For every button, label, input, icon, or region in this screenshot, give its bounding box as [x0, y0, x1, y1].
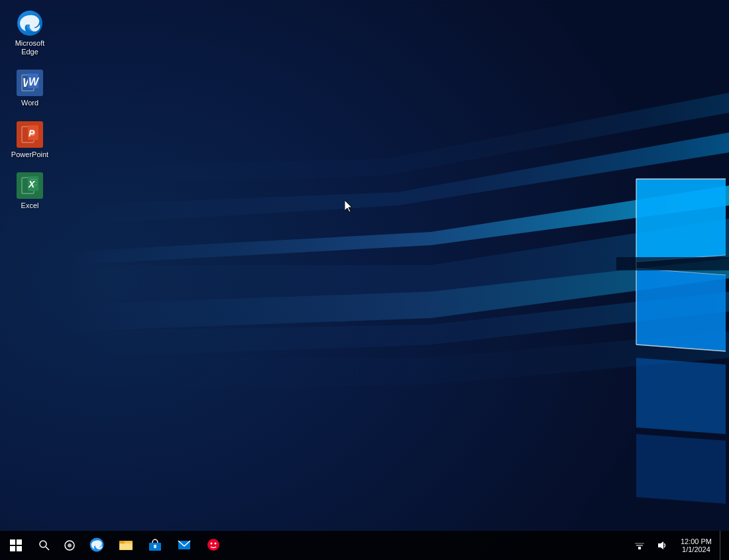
svg-point-30: [30, 131, 35, 136]
desktop-icon-powerpoint[interactable]: P PowerPoint: [3, 118, 56, 162]
edge-icon-label: Microsoft: [15, 39, 45, 48]
svg-rect-39: [10, 539, 15, 545]
svg-rect-53: [154, 545, 156, 548]
windows-logo-icon: [10, 539, 22, 551]
svg-rect-18: [616, 257, 729, 270]
cortana-button[interactable]: [57, 531, 82, 560]
taskbar: 12:00 PM 1/1/2024: [0, 531, 729, 560]
desktop-icon-edge[interactable]: Microsoft Edge: [3, 7, 56, 60]
taskbar-mail-button[interactable]: [170, 531, 199, 560]
volume-icon: [657, 540, 667, 551]
svg-rect-42: [17, 546, 22, 551]
network-icon: [634, 540, 645, 551]
taskbar-store-icon: [148, 537, 162, 552]
svg-rect-51: [120, 544, 132, 549]
svg-marker-17: [636, 434, 726, 504]
word-icon: W W: [17, 70, 43, 96]
taskbar-app5-icon: [206, 537, 221, 552]
taskbar-clock[interactable]: 12:00 PM 1/1/2024: [674, 531, 718, 560]
svg-marker-61: [658, 541, 663, 549]
svg-rect-40: [17, 539, 22, 545]
taskbar-time: 12:00 PM: [681, 537, 712, 545]
svg-marker-10: [636, 268, 726, 351]
svg-rect-41: [10, 546, 15, 551]
excel-icon: X: [17, 172, 43, 199]
svg-marker-16: [636, 358, 726, 434]
svg-line-44: [46, 547, 49, 550]
svg-rect-50: [119, 541, 125, 543]
taskbar-explorer-button[interactable]: [111, 531, 140, 560]
svg-rect-58: [638, 547, 641, 549]
show-desktop-button[interactable]: [720, 531, 725, 560]
powerpoint-icon-label: PowerPoint: [11, 150, 48, 159]
svg-rect-60: [635, 543, 644, 544]
svg-rect-59: [636, 545, 643, 546]
svg-marker-9: [636, 179, 726, 262]
search-icon: [38, 539, 50, 551]
ppt-icon-bg: P: [17, 121, 43, 148]
excel-icon-label: Excel: [21, 201, 39, 210]
svg-text:W: W: [28, 76, 40, 87]
desktop-icon-excel[interactable]: X Excel: [3, 169, 56, 213]
search-button[interactable]: [32, 531, 57, 560]
taskbar-apps: [82, 531, 629, 560]
taskbar-explorer-icon: [119, 537, 133, 552]
word-icon-label: Word: [21, 99, 38, 107]
word-icon-bg: W W: [17, 70, 43, 96]
svg-text:X: X: [28, 179, 36, 190]
taskbar-edge-icon: [89, 537, 104, 552]
powerpoint-icon: P: [17, 121, 43, 148]
desktop-icons-container: Microsoft Edge W W Word: [3, 7, 56, 213]
network-tray-icon[interactable]: [629, 531, 650, 560]
svg-point-46: [68, 543, 72, 547]
svg-point-56: [211, 543, 213, 545]
volume-tray-icon[interactable]: [651, 531, 673, 560]
system-tray: 12:00 PM 1/1/2024: [629, 531, 729, 560]
taskbar-mail-icon: [177, 537, 192, 552]
wallpaper: [0, 0, 729, 560]
taskbar-edge-button[interactable]: [82, 531, 111, 560]
edge-icon-svg: [17, 10, 43, 36]
taskbar-app5-button[interactable]: [199, 531, 228, 560]
desktop: Microsoft Edge W W Word: [0, 0, 729, 560]
svg-point-55: [207, 539, 219, 551]
edge-icon-label2: Edge: [21, 48, 38, 56]
desktop-icon-word[interactable]: W W Word: [3, 66, 56, 111]
svg-point-43: [40, 541, 46, 547]
cortana-icon: [64, 539, 76, 551]
taskbar-store-button[interactable]: [140, 531, 170, 560]
svg-point-57: [215, 543, 217, 545]
excel-icon-bg: X: [17, 172, 43, 199]
edge-icon: [17, 10, 43, 36]
start-button[interactable]: [0, 531, 32, 560]
taskbar-date: 1/1/2024: [682, 545, 710, 553]
